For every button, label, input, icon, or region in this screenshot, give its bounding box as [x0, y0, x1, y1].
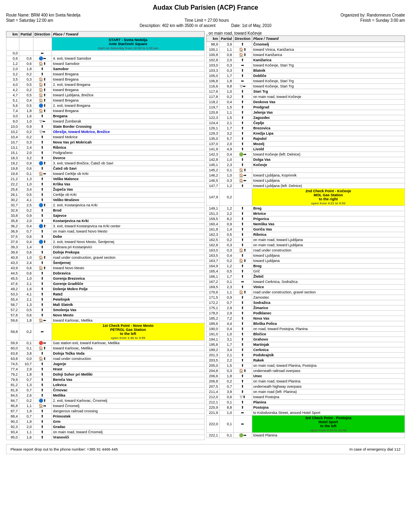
- table-row: 178,02,9⬆Podklanec: [207, 311, 405, 316]
- table-row: 53,34,1⬆Ratež: [6, 292, 205, 297]
- table-row: START - Sveta NedeljaAnte Starčević Squa…: [6, 37, 205, 51]
- table-row: 10,00,9⬆State Border Crossing: [6, 124, 205, 129]
- table-row: 100,11,1🏠⬆toward Vinica, Kanižarica: [207, 47, 405, 52]
- th-km-left: km: [6, 31, 19, 37]
- tables-container: km Partial Direction Place / Toward STAR…: [6, 31, 405, 440]
- table-row: 170,61,1🏠⬆road under construction, grave…: [207, 290, 405, 295]
- th-partial-left: Partial: [19, 31, 33, 37]
- table-row: 203,52,2⬆Rakek: [207, 358, 405, 363]
- left-table-section: km Partial Direction Place / Toward STAR…: [6, 31, 205, 440]
- table-row: 118,20,4⬆Deskova Vas: [207, 100, 405, 105]
- table-row: 116,69,8▽➡toward Kočevje, Stari Trg: [207, 84, 405, 89]
- table-row: 7,41,8🏠⬆toward Bregana: [6, 108, 205, 114]
- table-row: 10,20,2▽➡Obrežje, toward Mokrice, Brežic…: [6, 129, 205, 135]
- table-row: 117,80,2⬆on main road, toward Kočevje: [207, 94, 405, 100]
- table-row: 37,90,4🔵⬆2. exit, toward Novo Mesto, Šen…: [6, 239, 205, 245]
- footer-right: In case of emergency dial 112: [349, 447, 401, 451]
- table-row: 211,43,9⬆on main road (left: Planina): [207, 389, 405, 395]
- table-row: 206,80,2⬆on main road, toward Planina: [207, 379, 405, 384]
- organized-by: Organized by: Randonneurs Croatie: [340, 13, 405, 17]
- table-row: 59,80,2⬅1st Check Point - Novo MestoPETR…: [6, 323, 205, 341]
- table-row: 47,62,1⬆Gorenje Gradišče: [6, 281, 205, 287]
- table-row: 137,02,0⬆Mozelj: [207, 141, 405, 147]
- table-row: 146,21,0🏠➡toward Ljubljana, Koprivnik: [207, 173, 405, 178]
- table-row: 106,81,8⬅toward Kočevje, Stari Trg: [207, 79, 405, 84]
- footer: Please report drop out to the phone numb…: [6, 444, 405, 454]
- table-row: 221,91,0⬅to Kolodvorska Street, around H…: [207, 410, 405, 416]
- table-row: 164,91,2⬆Breg: [207, 264, 405, 269]
- table-row: 165,40,5⬆Grič: [207, 269, 405, 274]
- table-row: 161,81,4⬆Goriča Vas: [207, 227, 405, 232]
- table-row: 102,82,0⬆Kanižarica: [207, 58, 405, 63]
- table-row: 57,80,6⬆Novo Mesto: [6, 313, 205, 318]
- table-row: 45,51,0⬆Gorenja Brezovica: [6, 276, 205, 281]
- table-row: 57,20,5⬆Smolenja Vas: [6, 308, 205, 313]
- table-row: 9,01,0▽⬅toward Žumberak: [6, 119, 205, 124]
- table-row: 167,20,1➡toward Cerknica, Sodražica: [207, 279, 405, 285]
- table-row: 43,32,4⬆Šentjernej: [6, 260, 205, 266]
- right-table: km Partial Direction Place / Toward 98,9…: [206, 35, 405, 438]
- table-row: 88,40,7⬆Primostek: [6, 414, 205, 419]
- header: Audax Club Parisien (ACP) France Route N…: [6, 4, 405, 28]
- table-row: 190,00,4⬆on road, toward Postojna, Plani…: [207, 326, 405, 332]
- table-row: 175,12,9⬆Žimarice: [207, 305, 405, 311]
- th-km-right: km: [207, 36, 220, 42]
- date: Date: 1st of May, 2010: [231, 23, 272, 28]
- table-row: 79,90,7⬆Bereča Vas: [6, 377, 205, 382]
- table-row: 25,63,4⬆Župeča Vas: [6, 187, 205, 192]
- table-row: 85,81,1🏠➡toward Črnomelj: [6, 403, 205, 409]
- table-row: 5,10,4🏠⬆toward Bregana: [6, 98, 205, 103]
- table-row: 195,81,7⬆Martinjak: [207, 342, 405, 347]
- th-direction-left: Direction: [33, 31, 52, 37]
- table-row: 212,00,6▽⬆toward Postojna: [207, 395, 405, 400]
- table-row: 145,20,1🏠⬆: [207, 168, 405, 173]
- table-row: 19,80,6⬆Čatež ob Savi: [6, 166, 205, 171]
- table-row: 120,81,1⬆Jelenja Vas: [207, 110, 405, 115]
- table-row: 19,20,9🔵⬆3. exit, toward Brežice, Čatež …: [6, 161, 205, 166]
- table-row: 84,70,2🔵⬆2. exit, toward Karlovac, Črnom…: [6, 398, 205, 403]
- table-row: 3,50,3🏠⬆toward Bregana: [6, 77, 205, 82]
- table-row: 129,33,2⬆Knežja Lipa: [207, 131, 405, 136]
- table-row: 37,50,6⬆Dobe: [6, 234, 205, 239]
- table-row: 142,81,0⬆Dolga Vas: [207, 157, 405, 162]
- left-table: km Partial Direction Place / Toward STAR…: [6, 31, 205, 440]
- table-row: 5,60,5🔵⬆2. exit, toward Bregana: [6, 103, 205, 108]
- table-row: 21,21,3⬆Velike Malence: [6, 177, 205, 182]
- th-place-right: Place / Toward: [252, 36, 405, 42]
- table-row: 10,40,2⬆toward Mokrice: [6, 135, 205, 140]
- table-row: 0,60,6🔵⬅4. exit, toward Samobor: [6, 56, 205, 61]
- table-row: 162,50,2⬆on main road, toward Ljubljana: [207, 237, 405, 243]
- table-row: 103,00,3➡toward Kočevje, Stari Trg: [207, 63, 405, 68]
- page: Audax Club Parisien (ACP) France Route N…: [0, 0, 411, 458]
- table-row: 4,00,5🏠⬆2. exit, toward Bregana: [6, 82, 205, 87]
- table-row: 63,83,8⬆Dolnja Težka Voda: [6, 351, 205, 356]
- table-row: 30,24,1⬆Veliko Mraševo: [6, 197, 205, 203]
- table-row: 79,21,8⬆Dolnji Suhor pri Metliki: [6, 372, 205, 377]
- table-row: 189,64,4⬆Bloška Polica: [207, 321, 405, 326]
- table-row: 59,90,1🔴⬅Gas station exit, toward Karlov…: [6, 341, 205, 346]
- table-row: 147,71,2⬆toward Ljubljana (left: Delnice…: [207, 183, 405, 189]
- table-row: 4,20,2🏠⬆toward Bregana: [6, 87, 205, 93]
- table-row: 163,00,3🏠⬆road under construction: [207, 248, 405, 253]
- table-row: 103,30,3⬆Blatnik: [207, 68, 405, 73]
- table-row: 81,90,7⬆Črnovac: [6, 388, 205, 393]
- table-row: 171,50,9⬆Zamostec: [207, 295, 405, 300]
- table-row: 206,61,8⬆Unec: [207, 374, 405, 379]
- table-row: 84,52,6⬆Metlika: [6, 393, 205, 398]
- table-row: 204,80,3🏠⬆underneath railroad overpass: [207, 368, 405, 374]
- table-row: 147,90,22nd Check Point - KočevjeMOL Gas…: [207, 189, 405, 206]
- table-row: 124,42,1⬆Čeplje: [207, 121, 405, 126]
- table-row: 32,90,2⬆Brod: [6, 208, 205, 213]
- description: Description: 402 km with 3500 m of ascen…: [139, 23, 215, 28]
- table-row: 159,58,2⬆Prigorica: [207, 216, 405, 222]
- table-row: 36,90,7⬆on main road, toward Novo Mesto: [6, 229, 205, 234]
- table-row: 2,01,8⬆Samobor: [6, 66, 205, 72]
- table-row: 55,42,1⬆Petelinjek: [6, 297, 205, 302]
- table-row: 163,70,2🏠⬆toward Ljubljana: [207, 258, 405, 264]
- table-row: 39,31,4⬆Dobrava pri Kostanjevici: [6, 245, 205, 250]
- right-table-section: , on main road, toward Kočevje km Partia…: [206, 31, 405, 440]
- table-row: 119,71,5⬆Predgrad: [207, 105, 405, 110]
- table-row: 19,90,1🏠⬅toward Cerklje ob Krki: [6, 171, 205, 177]
- table-row: 122,31,5⬆Zagozdec: [207, 115, 405, 121]
- table-row: 3,01,6⬆Bregana: [6, 114, 205, 119]
